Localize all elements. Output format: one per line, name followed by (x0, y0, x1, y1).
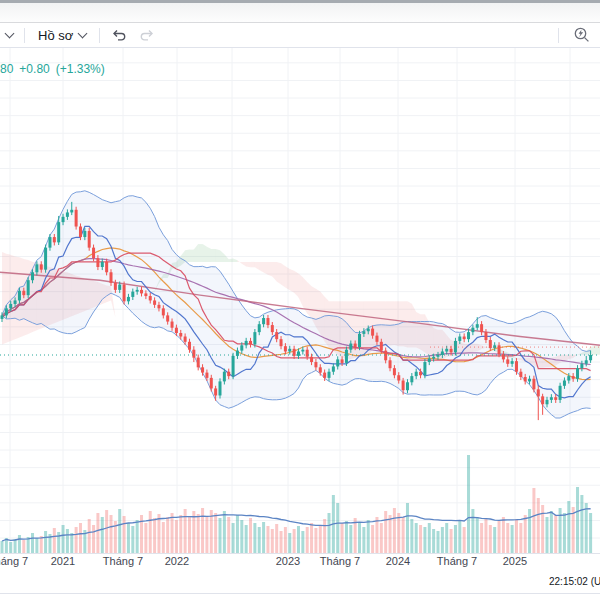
chart-pane: 80+0.80(+1.33%) Tháng 72021Tháng 7202220… (0, 48, 600, 600)
ticker-change: +0.80 (19, 62, 49, 76)
time-axis-label: Tháng 7 (437, 555, 477, 567)
toolbar-divider (558, 28, 559, 43)
profile-dropdown-label: Hồ sơ (38, 28, 73, 43)
time-axis-label: Tháng 7 (0, 555, 28, 567)
ticker-price-fragment: 80 (0, 62, 13, 76)
time-axis-label: 2025 (503, 555, 527, 567)
price-chart-canvas[interactable]: Tháng 72021Tháng 720222023Tháng 72024Thá… (0, 48, 600, 600)
trading-app-window: Hồ sơ 80+0.80(+1.33% (0, 0, 600, 600)
undo-arrow-icon (110, 26, 128, 44)
time-axis: Tháng 72021Tháng 720222023Tháng 72024Thá… (0, 554, 600, 594)
magnifier-lightning-icon (572, 25, 592, 45)
symbol-dropdown-button[interactable] (0, 24, 19, 46)
time-axis-label: 2024 (386, 555, 410, 567)
toolbar-divider (99, 28, 100, 43)
time-axis-label: Tháng 7 (320, 555, 360, 567)
window-chrome (0, 0, 600, 23)
server-clock: 22:15:02 (U (549, 576, 600, 587)
redo-button[interactable] (133, 24, 161, 46)
bollinger-band (2, 191, 591, 418)
chevron-down-icon (78, 28, 88, 38)
ticker-change-readout: 80+0.80(+1.33%) (0, 62, 111, 76)
time-axis-label: 2022 (165, 555, 189, 567)
chevron-down-icon (5, 28, 15, 38)
time-axis-label: Tháng 7 (103, 555, 143, 567)
ticker-change-pct: (+1.33%) (56, 62, 105, 76)
redo-arrow-icon (138, 26, 156, 44)
undo-button[interactable] (105, 24, 133, 46)
time-axis-label: 2021 (51, 555, 75, 567)
profile-dropdown-button[interactable]: Hồ sơ (30, 24, 94, 46)
quick-search-button[interactable] (564, 24, 600, 46)
top-toolbar: Hồ sơ (0, 23, 600, 48)
toolbar-divider (24, 28, 25, 43)
time-axis-label: 2023 (276, 555, 300, 567)
